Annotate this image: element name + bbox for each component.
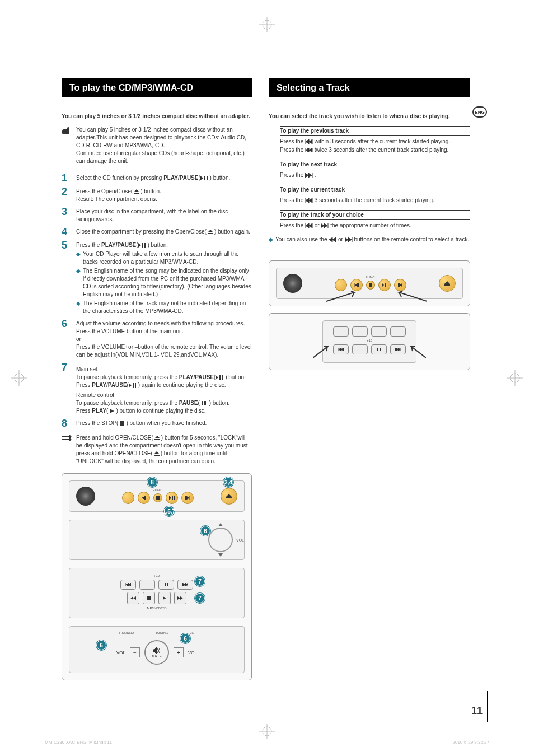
play-pause-icon [129, 383, 137, 388]
skip-prev-button[interactable] [138, 492, 150, 504]
play-icon [163, 596, 166, 600]
remote-generic-button[interactable] [352, 344, 368, 354]
skip-prev-icon [338, 348, 344, 351]
remote-pause-button[interactable] [158, 580, 174, 590]
remote-skip-next-button[interactable] [177, 580, 193, 590]
callout-arrow-icon [394, 291, 427, 302]
remote-ffwd-button[interactable] [174, 592, 186, 604]
skip-next-icon [182, 583, 188, 586]
skip-next-button[interactable] [394, 279, 406, 291]
skip-next-icon [305, 173, 313, 178]
skip-prev-icon [329, 237, 336, 242]
remote-skip-prev-button[interactable] [120, 580, 136, 590]
play-pause-icon [169, 496, 175, 500]
pause-icon [200, 401, 208, 405]
remote-generic-button[interactable] [352, 326, 368, 337]
subsection-body: Press the 3 seconds after the current tr… [280, 196, 470, 204]
mute-button[interactable]: MUTE [144, 640, 169, 665]
svg-rect-15 [369, 283, 372, 287]
skip-next-icon [185, 496, 190, 500]
skip-prev-icon [305, 198, 313, 203]
volume-wheel[interactable] [208, 528, 233, 552]
skip-next-icon [395, 348, 401, 351]
language-badge: ENG [472, 106, 487, 118]
svg-rect-13 [156, 496, 160, 500]
stop-button[interactable] [366, 281, 375, 290]
step-number: 7 [62, 362, 71, 415]
step-number: 6 [62, 319, 71, 359]
func-button[interactable] [122, 492, 134, 504]
skip-next-icon [321, 223, 329, 228]
callout-marker: 7 [195, 593, 205, 603]
eject-icon [153, 436, 161, 440]
subsection-body: Press the within 3 seconds after the cur… [280, 137, 470, 154]
stop-button[interactable] [153, 493, 162, 502]
remote-rewind-button[interactable] [127, 592, 139, 604]
callout-arrow-icon [313, 346, 330, 359]
intro-right: You can select the track you wish to lis… [269, 113, 470, 119]
eject-icon [226, 494, 232, 498]
eject-icon [207, 230, 214, 234]
step-number: 5 [62, 240, 71, 315]
pause-icon [377, 348, 381, 351]
play-icon [108, 409, 116, 413]
skip-prev-icon [354, 283, 359, 287]
subsection-heading: To play the previous track [280, 126, 470, 136]
figure-right-remote: +10 [269, 313, 470, 370]
section-title-left: To play the CD/MP3/WMA-CD [62, 78, 252, 97]
skip-next-button[interactable] [181, 492, 194, 504]
remote-pause-button[interactable] [371, 344, 387, 354]
play-pause-button[interactable] [378, 279, 391, 291]
step-2: Press the Open/Close() button. Result: T… [76, 186, 161, 203]
speaker-icon [283, 274, 302, 293]
remote-skip-next-button[interactable] [390, 344, 406, 354]
step-number: 8 [62, 418, 71, 428]
remote-note: You can also use the or buttons on the r… [275, 235, 469, 244]
diamond-bullet-icon: ◆ [76, 300, 81, 315]
callout-marker: 6 [96, 640, 106, 650]
step-number: 4 [62, 227, 71, 237]
double-arrow-icon [62, 435, 72, 441]
callout-arrow-icon [409, 346, 426, 359]
svg-rect-12 [120, 421, 124, 426]
remote-stop-button[interactable] [143, 592, 155, 604]
skip-prev-icon [305, 223, 313, 228]
func-button[interactable] [335, 279, 347, 291]
subsection-heading: To play the next track [280, 160, 470, 169]
callout-marker: 2,4 [223, 477, 233, 487]
remote-generic-button[interactable] [333, 326, 349, 337]
step-3: Place your disc in the compartment, with… [76, 207, 252, 223]
callout-marker: 1,5,7 [164, 506, 174, 516]
remote-generic-button[interactable] [390, 326, 406, 337]
skip-prev-icon [142, 496, 146, 500]
stop-icon [147, 596, 151, 600]
skip-next-icon [345, 237, 353, 242]
eject-button[interactable] [439, 275, 456, 292]
footer-right: 2010-6-29 8:36:27 [453, 740, 489, 745]
note-block: You can play 5 inches or 3 1/2 inches co… [76, 126, 252, 165]
registration-mark-icon [259, 724, 275, 739]
eject-icon [444, 281, 450, 286]
play-pause-icon [138, 243, 146, 248]
section-title-right: Selecting a Track [269, 78, 470, 97]
diamond-bullet-icon: ◆ [269, 235, 273, 244]
step-4: Close the compartment by pressing the Op… [76, 227, 250, 237]
step-1: Select the CD function by pressing PLAY/… [76, 173, 230, 183]
eject-icon [133, 189, 140, 194]
stop-icon [118, 421, 126, 426]
figure-right-top: FUNC. [269, 260, 470, 306]
step-number: 2 [62, 186, 71, 203]
vol-minus-button[interactable]: − [130, 647, 140, 657]
eject-icon [153, 451, 161, 456]
subsection-heading: To play the current track [280, 185, 470, 194]
speaker-icon [76, 487, 95, 506]
eject-button[interactable] [221, 488, 237, 505]
skip-prev-button[interactable] [350, 279, 363, 291]
vol-plus-button[interactable]: + [174, 647, 184, 657]
remote-play-button[interactable] [158, 592, 171, 604]
remote-skip-prev-button[interactable] [333, 344, 349, 354]
remote-generic-button[interactable] [371, 326, 387, 337]
play-pause-button[interactable] [166, 492, 178, 504]
skip-prev-icon [305, 139, 313, 144]
remote-generic-button[interactable] [139, 580, 155, 590]
